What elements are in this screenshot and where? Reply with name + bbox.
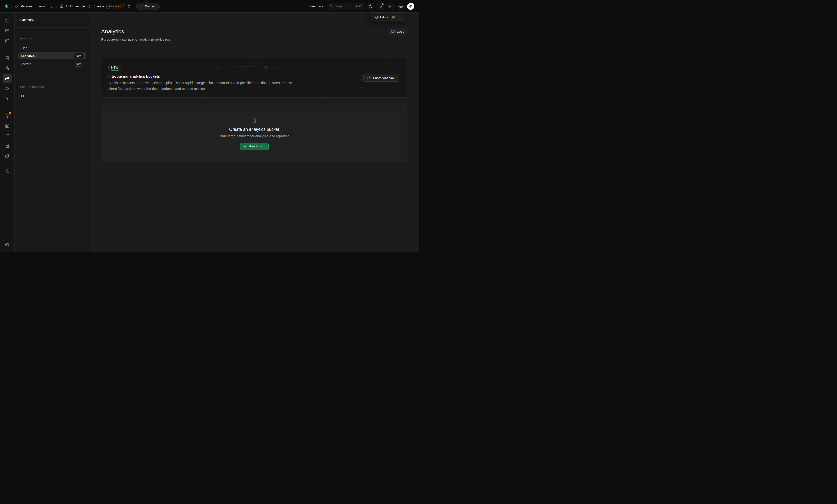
nav-auth[interactable] <box>3 64 12 73</box>
notification-dot <box>9 112 11 114</box>
sql-editor-quick-button[interactable] <box>387 3 394 10</box>
page-subtitle: Purpose-built storage for analytical wor… <box>101 38 407 41</box>
new-badge: New <box>74 61 84 67</box>
nav-table-editor[interactable] <box>3 26 12 35</box>
settings-gear-icon <box>5 169 10 173</box>
empty-state-subtitle: Store large datasets for analytics and r… <box>219 134 290 138</box>
org-plan-badge: Team <box>36 3 47 9</box>
storage-sidebar: Storage MANAGE Files Analytics New Vecto… <box>15 13 90 252</box>
banner-content: NEW Introducing analytics buckets Analyt… <box>108 64 294 91</box>
alpha-banner: NEW Introducing analytics buckets Analyt… <box>101 58 407 98</box>
new-feature-badge: NEW <box>108 64 121 71</box>
breadcrumb-separator: / <box>94 4 95 8</box>
terminal-icon <box>389 4 393 8</box>
nav-realtime[interactable] <box>3 94 12 103</box>
bucket-add-icon <box>251 117 257 123</box>
branch-switcher-chevron[interactable] <box>127 3 131 9</box>
branch-name[interactable]: main <box>97 4 104 8</box>
project-name[interactable]: ETL Example <box>66 4 85 8</box>
advisors-notifications-button[interactable] <box>377 3 385 10</box>
nav-reports[interactable] <box>3 121 12 130</box>
sidebar-item-files[interactable]: Files <box>18 44 86 52</box>
sidebar-item-label: S3 <box>20 95 24 98</box>
new-bucket-button[interactable]: New bucket <box>239 143 269 150</box>
connect-label: Connect <box>145 4 156 8</box>
user-avatar-icon <box>408 4 413 9</box>
plug-icon <box>140 4 143 8</box>
app-root: / Personal Team / ETL Exa <box>0 0 418 252</box>
book-icon <box>391 30 395 33</box>
top-navigation-bar: / Personal Team / ETL Exa <box>0 0 418 13</box>
nav-logs[interactable] <box>3 131 12 141</box>
cmd-key: ⌘ <box>391 15 396 20</box>
share-feedback-button[interactable]: Share feedback <box>363 74 399 82</box>
rail-divider <box>3 48 12 49</box>
ai-diamond-icon <box>399 4 403 8</box>
reports-icon <box>5 123 10 128</box>
storage-icon <box>5 76 10 81</box>
nav-storage[interactable] <box>3 74 12 83</box>
help-button[interactable] <box>367 3 374 10</box>
nav-project-settings[interactable] <box>3 167 12 176</box>
external-link-icon <box>367 76 371 80</box>
feedback-button[interactable]: Feedback <box>309 4 323 8</box>
banner-body: Analytics buckets are now in private alp… <box>108 80 294 92</box>
breadcrumb-separator: / <box>11 4 12 8</box>
connect-button[interactable]: Connect <box>136 3 160 10</box>
sidebar-item-analytics[interactable]: Analytics New <box>18 52 86 59</box>
empty-state-title: Create an analytics bucket <box>229 127 279 132</box>
primary-nav-rail <box>0 13 15 252</box>
section-label: MANAGE <box>20 37 84 40</box>
nav-api-docs[interactable] <box>3 141 12 151</box>
realtime-cursor-icon <box>5 96 10 101</box>
sidebar-title: Storage <box>15 13 90 28</box>
new-badge: New <box>74 53 84 59</box>
sidebar-item-label: Vectors <box>20 62 31 66</box>
ai-assistant-button[interactable] <box>397 3 405 10</box>
org-switcher-chevron[interactable] <box>50 3 54 9</box>
nav-database[interactable] <box>3 54 12 63</box>
auth-lock-icon <box>5 66 10 71</box>
nav-sql-editor[interactable] <box>3 36 12 46</box>
share-feedback-label: Share feedback <box>373 76 395 80</box>
project-switcher-chevron[interactable] <box>87 3 91 9</box>
header-actions: Feedback ⌘ K <box>309 3 414 10</box>
edge-functions-icon <box>5 86 10 91</box>
nav-advisors[interactable] <box>3 111 12 120</box>
api-docs-icon <box>5 144 10 148</box>
sidebar-item-vectors[interactable]: Vectors New <box>18 60 86 68</box>
breadcrumb-separator: / <box>56 4 57 8</box>
sql-editor-tooltip: SQL Editor ⌘ E <box>370 13 406 22</box>
breadcrumb: / Personal Team / ETL Exa <box>4 3 160 10</box>
sidebar-section-configuration: CONFIGURATION S3 <box>15 76 90 100</box>
production-badge: Production <box>106 3 124 9</box>
docs-button[interactable]: Docs <box>388 28 407 35</box>
search-input[interactable] <box>335 4 354 8</box>
sidebar-section-manage: MANAGE Files Analytics New Vectors New <box>15 28 90 76</box>
create-bucket-card: Create an analytics bucket Store large d… <box>101 105 407 162</box>
tooltip-label: SQL Editor <box>373 16 388 19</box>
nav-home[interactable] <box>3 16 12 25</box>
nav-edge-functions[interactable] <box>3 84 12 93</box>
supabase-logo-icon[interactable] <box>4 4 9 9</box>
advisors-lightbulb-icon <box>5 113 10 118</box>
section-label: CONFIGURATION <box>20 86 84 89</box>
sidebar-item-label: Analytics <box>20 54 35 58</box>
organization-icon <box>15 4 18 8</box>
collapse-sidebar-button[interactable] <box>3 240 12 249</box>
project-box-icon <box>59 4 64 8</box>
search-shortcut: ⌘ K <box>355 4 361 8</box>
page-title: Analytics <box>101 28 124 35</box>
notification-dot <box>381 3 384 5</box>
sql-editor-icon <box>5 39 10 43</box>
collapse-sidebar-icon <box>5 242 10 247</box>
search-box[interactable]: ⌘ K <box>326 3 364 10</box>
main-content: Analytics Docs Purpose-built storage for… <box>90 13 418 252</box>
integrations-icon <box>5 154 10 158</box>
nav-integrations[interactable] <box>3 151 12 161</box>
profile-button[interactable] <box>407 3 414 10</box>
org-name[interactable]: Personal <box>21 4 33 8</box>
sidebar-item-s3[interactable]: S3 <box>18 93 86 100</box>
plus-icon <box>243 145 247 148</box>
banner-title: Introducing analytics buckets <box>108 74 294 78</box>
